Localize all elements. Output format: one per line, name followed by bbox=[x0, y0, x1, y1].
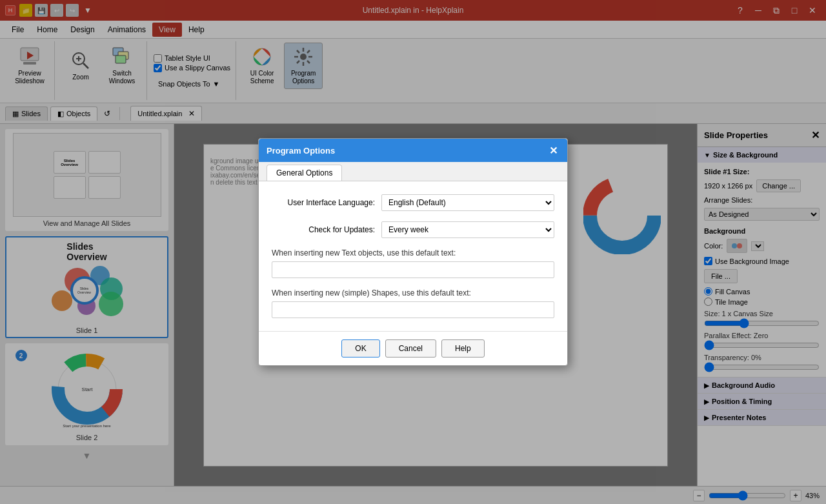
default-shape-label: When inserting new (simple) Shapes, use … bbox=[272, 288, 554, 297]
modal-header: Program Options ✕ bbox=[259, 139, 567, 162]
check-updates-label: Check for Updates: bbox=[272, 225, 375, 234]
modal-overlay: Program Options ✕ General Options User I… bbox=[0, 0, 826, 504]
modal-tab-general[interactable]: General Options bbox=[267, 165, 342, 181]
default-text-input[interactable] bbox=[272, 261, 554, 278]
modal-title: Program Options bbox=[267, 146, 335, 156]
check-updates-select[interactable]: Every day Every week Every month Never bbox=[381, 221, 554, 238]
program-options-modal: Program Options ✕ General Options User I… bbox=[258, 138, 568, 366]
default-shape-section: When inserting new (simple) Shapes, use … bbox=[272, 288, 554, 318]
modal-close-btn[interactable]: ✕ bbox=[547, 144, 559, 157]
check-updates-row: Check for Updates: Every day Every week … bbox=[272, 221, 554, 238]
modal-body: User Interface Language: English (Defaul… bbox=[259, 181, 567, 331]
modal-help-btn[interactable]: Help bbox=[441, 339, 485, 358]
ui-language-label: User Interface Language: bbox=[272, 198, 375, 207]
default-shape-input[interactable] bbox=[272, 301, 554, 318]
ui-language-row: User Interface Language: English (Defaul… bbox=[272, 194, 554, 211]
modal-cancel-btn[interactable]: Cancel bbox=[385, 339, 436, 358]
default-text-section: When inserting new Text objects, use thi… bbox=[272, 248, 554, 278]
modal-ok-btn[interactable]: OK bbox=[341, 339, 379, 358]
modal-tab-bar: General Options bbox=[259, 162, 567, 181]
default-text-label: When inserting new Text objects, use thi… bbox=[272, 248, 554, 257]
modal-footer: OK Cancel Help bbox=[259, 331, 567, 365]
ui-language-select[interactable]: English (Default) German French Spanish bbox=[381, 194, 554, 211]
